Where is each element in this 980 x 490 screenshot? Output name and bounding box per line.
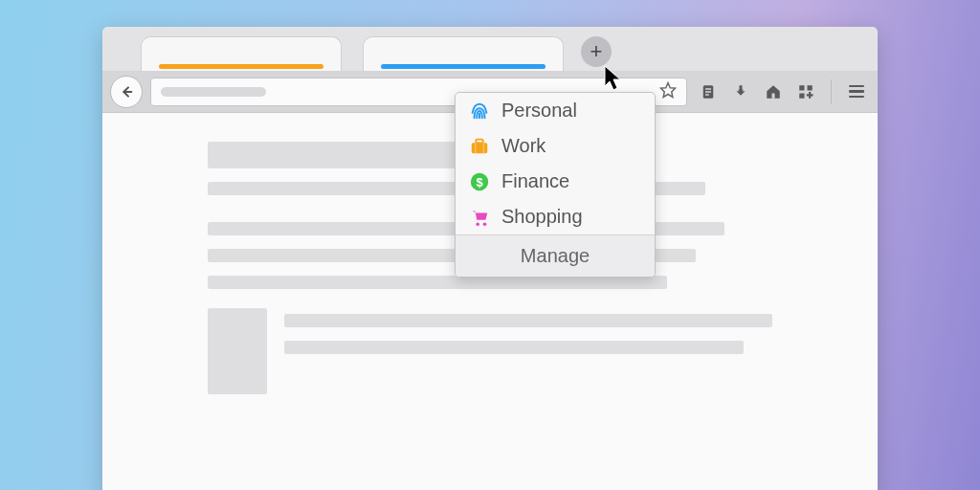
container-option-label: Work [501,135,546,157]
new-tab-button[interactable]: + [581,36,612,67]
url-placeholder [161,87,266,97]
downloads-icon[interactable] [731,82,750,101]
container-option-label: Shopping [501,206,583,228]
svg-rect-8 [772,93,775,98]
tab-accent [381,64,546,69]
svg-rect-13 [476,139,482,143]
briefcase-icon [469,136,490,157]
svg-rect-3 [705,88,711,90]
container-option-finance[interactable]: $Finance [456,164,655,199]
tab-accent [159,64,323,69]
toolbar-separator [831,79,832,104]
svg-rect-5 [705,94,709,96]
home-icon[interactable] [764,82,783,101]
svg-rect-15 [483,143,484,153]
tab-2[interactable] [363,36,564,71]
fingerprint-icon [469,100,490,122]
svg-point-18 [476,222,479,226]
container-dropdown: PersonalWork$FinanceShopping Manage [455,92,656,278]
tab-strip: + [102,27,878,71]
bookmark-star-icon[interactable] [659,81,677,102]
skeleton-line [284,314,772,327]
skeleton-line [208,276,667,289]
svg-text:$: $ [476,174,482,189]
toolbar-icons [695,79,870,104]
skeleton-line [284,341,744,354]
svg-rect-14 [475,143,476,153]
page-background: + [0,0,980,490]
container-option-personal[interactable]: Personal [456,93,655,128]
svg-point-19 [483,222,487,226]
svg-rect-9 [799,85,804,90]
container-option-shopping[interactable]: Shopping [456,199,655,234]
svg-rect-10 [808,85,813,90]
hamburger-icon [849,85,864,99]
browser-window: + [102,27,878,490]
menu-button[interactable] [847,82,866,101]
svg-rect-11 [799,93,804,98]
manage-containers-button[interactable]: Manage [456,234,655,277]
container-option-work[interactable]: Work [456,128,655,164]
plus-icon: + [590,39,603,64]
back-button[interactable] [110,76,143,108]
container-option-label: Finance [501,170,569,192]
addons-icon[interactable] [796,82,815,101]
svg-rect-12 [472,143,488,153]
container-option-label: Personal [501,100,577,122]
tab-1[interactable] [141,36,342,71]
svg-marker-6 [737,91,746,96]
reader-mode-icon[interactable] [699,82,718,101]
dollar-icon: $ [469,171,490,192]
svg-marker-1 [661,82,676,97]
svg-rect-7 [740,85,743,91]
svg-rect-4 [705,91,711,93]
cart-icon [469,207,490,228]
back-arrow-icon [119,84,134,100]
skeleton-image [208,308,267,394]
